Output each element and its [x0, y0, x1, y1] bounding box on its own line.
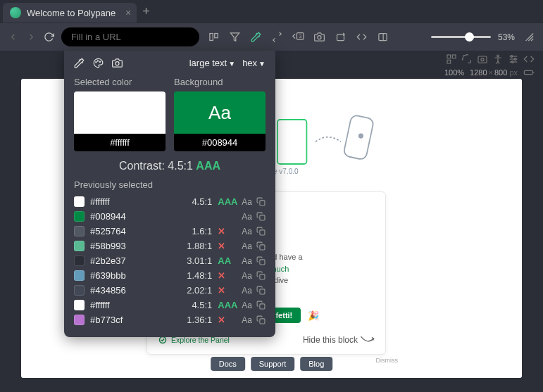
url-input[interactable] [61, 27, 199, 46]
background-color-swatch[interactable]: Aa [174, 91, 266, 134]
reload-button[interactable] [44, 32, 54, 42]
text-sample-icon[interactable]: Aa [242, 241, 252, 251]
svg-point-33 [116, 62, 119, 65]
history-row[interactable]: #2b2e373.01:1AAAa [74, 253, 266, 268]
puzzle-icon[interactable] [446, 53, 457, 65]
history-row[interactable]: #ffffff4.5:1AAAAa [74, 298, 266, 312]
copy-icon[interactable] [256, 271, 266, 281]
palette-icon[interactable] [93, 58, 104, 68]
history-row[interactable]: #58b9931.88:1✕Aa [74, 239, 266, 253]
battery-icon[interactable] [523, 67, 535, 78]
history-ratio: 1.36:1 [187, 315, 212, 325]
history-status: ✕ [218, 241, 236, 251]
text-sample-icon[interactable]: Aa [242, 227, 252, 236]
dim-unit: px [509, 68, 518, 77]
sidebar-toggle-icon[interactable] [375, 30, 389, 44]
viewport-width: 1280 [470, 68, 487, 77]
plugin-icon[interactable] [461, 53, 473, 65]
svg-line-9 [528, 36, 533, 41]
copy-icon[interactable] [256, 212, 266, 222]
background-color-label: Background [174, 77, 266, 87]
contrast-readout: Contrast: 4.5:1 AAA [74, 160, 266, 172]
camera-tool-icon[interactable] [112, 58, 123, 68]
selected-color-swatch[interactable] [74, 91, 166, 134]
eyedropper-tool-icon[interactable] [74, 58, 85, 68]
settings-icon[interactable] [508, 53, 519, 65]
history-row[interactable]: #b773cf1.36:1✕Aa [74, 312, 266, 327]
text-sample-icon[interactable]: Aa [242, 301, 252, 310]
svg-rect-40 [260, 289, 265, 293]
text-sample-icon[interactable]: Aa [242, 315, 252, 325]
svg-rect-36 [260, 229, 265, 234]
svg-point-28 [358, 133, 364, 139]
copy-icon[interactable] [256, 301, 266, 310]
tab-title: Welcome to Polypane [27, 8, 116, 18]
history-row[interactable]: #5257641.6:1✕Aa [74, 224, 266, 239]
app-logo-icon [10, 7, 21, 18]
screenshot-icon[interactable] [477, 53, 488, 65]
version-text: e v7.0.0 [273, 167, 299, 175]
text-sample-icon[interactable]: Aa [242, 197, 252, 207]
panes-icon[interactable] [206, 30, 220, 44]
history-hex: #525764 [90, 226, 139, 236]
svg-marker-2 [230, 33, 239, 41]
svg-rect-37 [260, 244, 265, 249]
eyedropper-icon[interactable] [249, 30, 263, 44]
svg-rect-34 [260, 200, 265, 205]
svg-rect-13 [452, 55, 456, 58]
history-hex: #ffffff [90, 300, 139, 310]
history-ratio: 3.01:1 [187, 255, 212, 266]
svg-point-30 [96, 62, 96, 63]
nav-forward-button[interactable] [25, 32, 37, 42]
text-sample-icon[interactable]: Aa [242, 286, 252, 296]
filter-icon[interactable] [227, 30, 242, 44]
history-hex: #434856 [90, 285, 139, 296]
nav-back-button[interactable] [7, 32, 18, 42]
copy-icon[interactable] [256, 286, 266, 296]
docs-button[interactable]: Docs [211, 357, 245, 371]
svg-point-17 [497, 55, 499, 57]
text-sample-icon[interactable]: Aa [242, 271, 252, 281]
code-icon[interactable] [354, 30, 368, 44]
tab-close-button[interactable]: × [125, 7, 131, 18]
copy-icon[interactable] [256, 256, 266, 266]
history-row[interactable]: #4348562.02:1✕Aa [74, 283, 266, 298]
history-row[interactable]: #639bbb1.48:1✕Aa [74, 268, 266, 283]
camera-icon[interactable] [312, 30, 326, 44]
resize-handle-icon[interactable] [522, 30, 536, 44]
support-button[interactable]: Support [251, 357, 295, 371]
copy-icon[interactable] [256, 197, 266, 207]
blog-button[interactable]: Blog [300, 357, 332, 371]
footer-buttons: Docs Support Blog [211, 357, 333, 371]
dismiss-link[interactable]: Dismiss [376, 357, 399, 364]
format-dropdown[interactable]: hex▼ [242, 58, 266, 68]
history-row[interactable]: #ffffff4.5:1AAAAa [74, 194, 266, 209]
share-icon[interactable] [333, 30, 347, 44]
devtools-icon[interactable] [523, 53, 535, 65]
svg-rect-12 [447, 55, 451, 58]
copy-icon[interactable] [256, 227, 266, 236]
history-status: AAA [218, 300, 236, 310]
browser-tab[interactable]: Welcome to Polypane × [3, 3, 137, 23]
history-swatch [74, 315, 85, 325]
copy-icon[interactable] [256, 241, 266, 251]
count-badge-icon[interactable]: 3 [291, 30, 305, 44]
copy-icon[interactable] [256, 315, 266, 325]
accessibility-icon[interactable] [492, 53, 504, 65]
svg-rect-42 [260, 318, 265, 323]
hide-block-hint: Hide this block [303, 334, 375, 347]
zoom-slider[interactable] [431, 36, 491, 38]
history-label: Previously selected [74, 179, 266, 190]
new-tab-button[interactable]: + [142, 4, 150, 19]
zoom-pct: 100% [444, 68, 464, 77]
text-sample-icon[interactable]: Aa [242, 256, 252, 266]
selected-color-hex: #ffffff [74, 134, 166, 151]
history-swatch [74, 255, 85, 266]
history-hex: #2b2e37 [90, 255, 139, 266]
history-status: AA [218, 255, 236, 266]
history-ratio: 1.88:1 [187, 241, 212, 251]
sync-icon[interactable] [270, 30, 284, 44]
text-sample-icon[interactable]: Aa [242, 212, 252, 222]
text-size-dropdown[interactable]: large text▼ [189, 58, 235, 68]
history-row[interactable]: #008944Aa [74, 209, 266, 224]
